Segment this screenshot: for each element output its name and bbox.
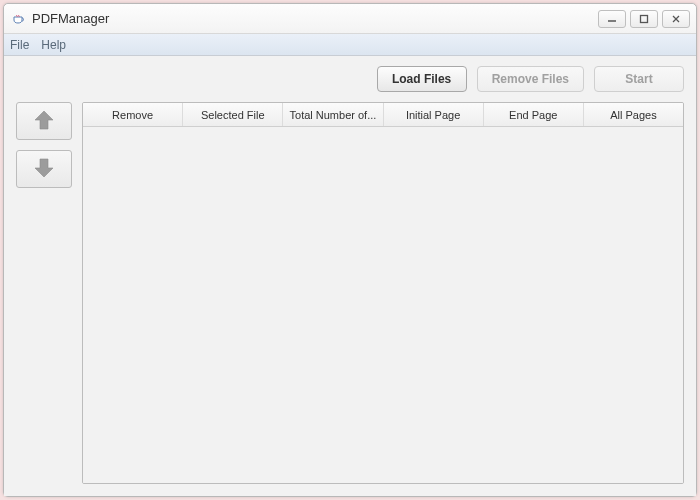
- minimize-button[interactable]: [598, 10, 626, 28]
- titlebar: PDFManager: [4, 4, 696, 34]
- svg-rect-1: [641, 15, 648, 22]
- menu-file[interactable]: File: [10, 38, 29, 52]
- col-initial-page[interactable]: Initial Page: [384, 103, 484, 126]
- table-body: [83, 127, 683, 483]
- reorder-controls: [16, 102, 72, 484]
- col-selected-file[interactable]: Selected File: [183, 103, 283, 126]
- col-total-pages[interactable]: Total Number of...: [283, 103, 383, 126]
- menubar: File Help: [4, 34, 696, 56]
- toolbar: Load Files Remove Files Start: [16, 66, 684, 92]
- window-controls: [598, 10, 690, 28]
- files-table: Remove Selected File Total Number of... …: [82, 102, 684, 484]
- col-end-page[interactable]: End Page: [484, 103, 584, 126]
- col-all-pages[interactable]: All Pages: [584, 103, 683, 126]
- app-window: PDFManager File Help Load Files Remove F…: [3, 3, 697, 497]
- arrow-down-icon: [31, 156, 57, 183]
- table-header: Remove Selected File Total Number of... …: [83, 103, 683, 127]
- close-button[interactable]: [662, 10, 690, 28]
- move-down-button[interactable]: [16, 150, 72, 188]
- col-remove[interactable]: Remove: [83, 103, 183, 126]
- workarea: Remove Selected File Total Number of... …: [16, 102, 684, 484]
- move-up-button[interactable]: [16, 102, 72, 140]
- window-title: PDFManager: [32, 11, 598, 26]
- start-button[interactable]: Start: [594, 66, 684, 92]
- client-area: Load Files Remove Files Start: [4, 56, 696, 496]
- arrow-up-icon: [31, 108, 57, 135]
- java-cup-icon: [10, 11, 26, 27]
- remove-files-button[interactable]: Remove Files: [477, 66, 584, 92]
- menu-help[interactable]: Help: [41, 38, 66, 52]
- maximize-button[interactable]: [630, 10, 658, 28]
- load-files-button[interactable]: Load Files: [377, 66, 467, 92]
